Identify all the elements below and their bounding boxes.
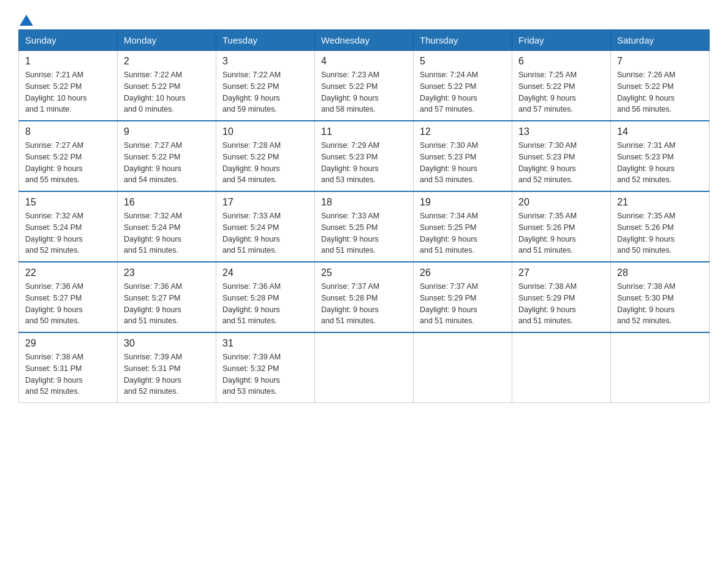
calendar-cell	[611, 332, 710, 403]
day-number: 3	[222, 56, 308, 67]
calendar-week-3: 15 Sunrise: 7:32 AMSunset: 5:24 PMDaylig…	[19, 191, 710, 262]
day-number: 24	[222, 267, 308, 278]
calendar-cell: 26 Sunrise: 7:37 AMSunset: 5:29 PMDaylig…	[414, 262, 512, 332]
calendar-week-4: 22 Sunrise: 7:36 AMSunset: 5:27 PMDaylig…	[19, 262, 710, 332]
calendar-cell: 12 Sunrise: 7:30 AMSunset: 5:23 PMDaylig…	[414, 121, 512, 191]
calendar-cell: 13 Sunrise: 7:30 AMSunset: 5:23 PMDaylig…	[512, 121, 611, 191]
calendar-cell: 2 Sunrise: 7:22 AMSunset: 5:22 PMDayligh…	[118, 51, 216, 121]
day-number: 12	[420, 126, 506, 137]
calendar-cell: 25 Sunrise: 7:37 AMSunset: 5:28 PMDaylig…	[315, 262, 414, 332]
day-info: Sunrise: 7:32 AMSunset: 5:24 PMDaylight:…	[124, 210, 210, 256]
day-number: 1	[25, 56, 111, 67]
calendar-cell: 5 Sunrise: 7:24 AMSunset: 5:22 PMDayligh…	[414, 51, 512, 121]
calendar-week-1: 1 Sunrise: 7:21 AMSunset: 5:22 PMDayligh…	[19, 51, 710, 121]
day-info: Sunrise: 7:34 AMSunset: 5:25 PMDaylight:…	[420, 210, 506, 256]
calendar-cell: 7 Sunrise: 7:26 AMSunset: 5:22 PMDayligh…	[611, 51, 710, 121]
day-number: 10	[222, 126, 308, 137]
day-info: Sunrise: 7:36 AMSunset: 5:28 PMDaylight:…	[222, 281, 308, 327]
calendar-cell: 22 Sunrise: 7:36 AMSunset: 5:27 PMDaylig…	[19, 262, 118, 332]
day-number: 9	[124, 126, 210, 137]
day-info: Sunrise: 7:39 AMSunset: 5:32 PMDaylight:…	[222, 351, 308, 397]
calendar-cell	[315, 332, 414, 403]
calendar-cell: 17 Sunrise: 7:33 AMSunset: 5:24 PMDaylig…	[216, 191, 315, 262]
header-friday: Friday	[512, 30, 611, 51]
day-number: 7	[617, 56, 703, 67]
day-info: Sunrise: 7:35 AMSunset: 5:26 PMDaylight:…	[617, 210, 703, 256]
calendar-cell: 16 Sunrise: 7:32 AMSunset: 5:24 PMDaylig…	[118, 191, 216, 262]
calendar-cell: 28 Sunrise: 7:38 AMSunset: 5:30 PMDaylig…	[611, 262, 710, 332]
calendar-week-2: 8 Sunrise: 7:27 AMSunset: 5:22 PMDayligh…	[19, 121, 710, 191]
day-info: Sunrise: 7:30 AMSunset: 5:23 PMDaylight:…	[518, 140, 604, 186]
day-info: Sunrise: 7:30 AMSunset: 5:23 PMDaylight:…	[420, 140, 506, 186]
header-tuesday: Tuesday	[216, 30, 315, 51]
day-info: Sunrise: 7:33 AMSunset: 5:25 PMDaylight:…	[321, 210, 407, 256]
header-monday: Monday	[118, 30, 216, 51]
day-info: Sunrise: 7:23 AMSunset: 5:22 PMDaylight:…	[321, 69, 407, 115]
day-info: Sunrise: 7:38 AMSunset: 5:30 PMDaylight:…	[617, 281, 703, 327]
day-info: Sunrise: 7:29 AMSunset: 5:23 PMDaylight:…	[321, 140, 407, 186]
day-number: 5	[420, 56, 506, 67]
day-number: 21	[617, 197, 703, 208]
calendar-cell: 1 Sunrise: 7:21 AMSunset: 5:22 PMDayligh…	[19, 51, 118, 121]
calendar-week-5: 29 Sunrise: 7:38 AMSunset: 5:31 PMDaylig…	[19, 332, 710, 403]
calendar-cell: 15 Sunrise: 7:32 AMSunset: 5:24 PMDaylig…	[19, 191, 118, 262]
calendar-cell: 30 Sunrise: 7:39 AMSunset: 5:31 PMDaylig…	[118, 332, 216, 403]
calendar-cell: 21 Sunrise: 7:35 AMSunset: 5:26 PMDaylig…	[611, 191, 710, 262]
calendar-cell: 31 Sunrise: 7:39 AMSunset: 5:32 PMDaylig…	[216, 332, 315, 403]
day-info: Sunrise: 7:22 AMSunset: 5:22 PMDaylight:…	[124, 69, 210, 115]
svg-marker-0	[20, 15, 33, 26]
day-info: Sunrise: 7:37 AMSunset: 5:29 PMDaylight:…	[420, 281, 506, 327]
day-number: 28	[617, 267, 703, 278]
day-number: 13	[518, 126, 604, 137]
calendar-cell: 23 Sunrise: 7:36 AMSunset: 5:27 PMDaylig…	[118, 262, 216, 332]
header-wednesday: Wednesday	[315, 30, 414, 51]
calendar-cell: 11 Sunrise: 7:29 AMSunset: 5:23 PMDaylig…	[315, 121, 414, 191]
day-number: 20	[518, 197, 604, 208]
day-info: Sunrise: 7:21 AMSunset: 5:22 PMDaylight:…	[25, 69, 111, 115]
day-number: 19	[420, 197, 506, 208]
calendar-cell: 6 Sunrise: 7:25 AMSunset: 5:22 PMDayligh…	[512, 51, 611, 121]
calendar-cell: 3 Sunrise: 7:22 AMSunset: 5:22 PMDayligh…	[216, 51, 315, 121]
calendar-cell: 20 Sunrise: 7:35 AMSunset: 5:26 PMDaylig…	[512, 191, 611, 262]
day-info: Sunrise: 7:36 AMSunset: 5:27 PMDaylight:…	[25, 281, 111, 327]
calendar-table: SundayMondayTuesdayWednesdayThursdayFrid…	[18, 29, 710, 403]
day-number: 8	[25, 126, 111, 137]
calendar-cell: 10 Sunrise: 7:28 AMSunset: 5:22 PMDaylig…	[216, 121, 315, 191]
day-number: 23	[124, 267, 210, 278]
day-info: Sunrise: 7:39 AMSunset: 5:31 PMDaylight:…	[124, 351, 210, 397]
day-number: 11	[321, 126, 407, 137]
calendar-cell: 24 Sunrise: 7:36 AMSunset: 5:28 PMDaylig…	[216, 262, 315, 332]
day-number: 6	[518, 56, 604, 67]
day-info: Sunrise: 7:28 AMSunset: 5:22 PMDaylight:…	[222, 140, 308, 186]
day-info: Sunrise: 7:26 AMSunset: 5:22 PMDaylight:…	[617, 69, 703, 115]
day-info: Sunrise: 7:37 AMSunset: 5:28 PMDaylight:…	[321, 281, 407, 327]
day-number: 17	[222, 197, 308, 208]
day-info: Sunrise: 7:33 AMSunset: 5:24 PMDaylight:…	[222, 210, 308, 256]
header-thursday: Thursday	[414, 30, 512, 51]
day-number: 26	[420, 267, 506, 278]
calendar-cell: 19 Sunrise: 7:34 AMSunset: 5:25 PMDaylig…	[414, 191, 512, 262]
calendar-cell: 4 Sunrise: 7:23 AMSunset: 5:22 PMDayligh…	[315, 51, 414, 121]
day-info: Sunrise: 7:24 AMSunset: 5:22 PMDaylight:…	[420, 69, 506, 115]
day-info: Sunrise: 7:35 AMSunset: 5:26 PMDaylight:…	[518, 210, 604, 256]
calendar-cell	[414, 332, 512, 403]
day-number: 27	[518, 267, 604, 278]
day-info: Sunrise: 7:31 AMSunset: 5:23 PMDaylight:…	[617, 140, 703, 186]
day-info: Sunrise: 7:27 AMSunset: 5:22 PMDaylight:…	[25, 140, 111, 186]
page-header	[18, 12, 710, 23]
day-number: 2	[124, 56, 210, 67]
day-number: 14	[617, 126, 703, 137]
day-number: 18	[321, 197, 407, 208]
calendar-cell: 8 Sunrise: 7:27 AMSunset: 5:22 PMDayligh…	[19, 121, 118, 191]
day-number: 16	[124, 197, 210, 208]
calendar-cell: 27 Sunrise: 7:38 AMSunset: 5:29 PMDaylig…	[512, 262, 611, 332]
calendar-cell: 14 Sunrise: 7:31 AMSunset: 5:23 PMDaylig…	[611, 121, 710, 191]
day-info: Sunrise: 7:25 AMSunset: 5:22 PMDaylight:…	[518, 69, 604, 115]
header-sunday: Sunday	[19, 30, 118, 51]
calendar-cell: 9 Sunrise: 7:27 AMSunset: 5:22 PMDayligh…	[118, 121, 216, 191]
header-saturday: Saturday	[611, 30, 710, 51]
day-info: Sunrise: 7:38 AMSunset: 5:31 PMDaylight:…	[25, 351, 111, 397]
calendar-cell	[512, 332, 611, 403]
day-info: Sunrise: 7:38 AMSunset: 5:29 PMDaylight:…	[518, 281, 604, 327]
day-info: Sunrise: 7:27 AMSunset: 5:22 PMDaylight:…	[124, 140, 210, 186]
